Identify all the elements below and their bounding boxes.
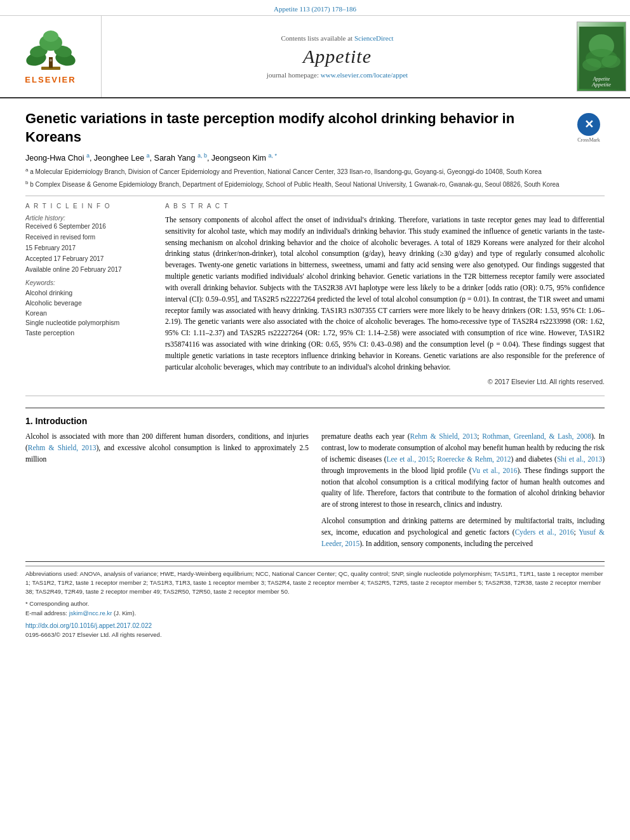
- keyword-2: Alcoholic beverage: [25, 298, 152, 309]
- copyright-line: © 2017 Elsevier Ltd. All rights reserved…: [165, 378, 605, 385]
- ref-shi[interactable]: Shi et al., 2013: [557, 455, 602, 463]
- affiliation-b: b b Complex Disease & Genome Epidemiolog…: [25, 179, 605, 189]
- divider-1: [25, 196, 605, 196]
- keyword-4: Single nucleotide polymorphism: [25, 318, 152, 328]
- info-abstract-section: A R T I C L E I N F O Article history: R…: [25, 203, 605, 385]
- introduction-section: 1. Introduction Alcohol is associated wi…: [25, 408, 605, 549]
- ref-roerecke[interactable]: Roerecke & Rehm, 2012: [437, 455, 511, 463]
- received-date: Received 6 September 2016: [25, 223, 152, 230]
- svg-rect-1: [49, 57, 53, 68]
- intro-number: 1.: [25, 416, 33, 426]
- elsevier-logo: ELSEVIER: [22, 29, 79, 84]
- intro-columns: Alcohol is associated with more than 200…: [25, 431, 605, 549]
- journal-cover-image: Appetite: [577, 22, 626, 91]
- keyword-1: Alcohol drinking: [25, 288, 152, 298]
- homepage-url[interactable]: www.elsevier.com/locate/appet: [321, 71, 408, 79]
- intro-right-col: premature deaths each year (Rehm & Shiel…: [321, 431, 605, 549]
- svg-point-13: [601, 55, 620, 68]
- received-revised-label: Received in revised form: [25, 234, 152, 241]
- history-label: Article history:: [25, 215, 152, 222]
- ref-rehm-shield-intro[interactable]: Rehm & Shield, 2013: [28, 444, 97, 451]
- doi-line: http://dx.doi.org/10.1016/j.appet.2017.0…: [25, 621, 605, 630]
- ref-cyders[interactable]: Cyders et al., 2016: [515, 528, 574, 536]
- ref-rehm-2013[interactable]: Rehm & Shield, 2013: [410, 432, 478, 440]
- elsevier-logo-area: ELSEVIER: [0, 16, 102, 97]
- page: Appetite 113 (2017) 178–186: [0, 0, 630, 840]
- svg-point-7: [43, 30, 58, 42]
- article-info-column: A R T I C L E I N F O Article history: R…: [25, 203, 152, 385]
- contents-text: Contents lists available at: [281, 34, 352, 42]
- journal-title: Appetite: [303, 46, 372, 67]
- intro-right-text-2: Alcohol consumption and drinking pattern…: [321, 516, 605, 549]
- intro-right-text-1: premature deaths each year (Rehm & Shiel…: [321, 431, 605, 510]
- article-title: Genetic variations in taste perception m…: [25, 110, 560, 146]
- abstract-text: The sensory components of alcohol affect…: [165, 215, 605, 373]
- article-body: Genetic variations in taste perception m…: [0, 98, 630, 646]
- crossmark-icon: ✕: [577, 113, 600, 136]
- accepted-date: Accepted 17 February 2017: [25, 255, 152, 262]
- svg-text:Appetite: Appetite: [593, 76, 610, 82]
- citation-text: Appetite 113 (2017) 178–186: [274, 5, 356, 13]
- footnote-divider: [25, 566, 605, 566]
- journal-header: ELSEVIER Contents lists available at Sci…: [0, 16, 630, 98]
- available-date: Available online 20 February 2017: [25, 266, 152, 273]
- ref-lee-2015[interactable]: Lee et al., 2015: [386, 455, 432, 463]
- intro-heading: Introduction: [36, 416, 88, 426]
- issn-line: 0195-6663/© 2017 Elsevier Ltd. All right…: [25, 630, 605, 639]
- crossmark-area: ✕ CrossMark: [573, 113, 605, 143]
- keywords-heading: Keywords:: [25, 279, 152, 286]
- elsevier-tree-icon: [22, 29, 79, 73]
- ref-vu[interactable]: Vu et al., 2016: [472, 467, 518, 474]
- article-info-heading: A R T I C L E I N F O: [25, 203, 152, 210]
- footnote-area: Abbreviations used: ANOVA, analysis of v…: [25, 561, 605, 640]
- cover-illustration: Appetite: [579, 27, 624, 89]
- email-line: E-mail address: jskim@ncc.re.kr (J. Kim)…: [25, 609, 605, 618]
- email-link[interactable]: jskim@ncc.re.kr: [69, 610, 112, 617]
- homepage-line: journal homepage: www.elsevier.com/locat…: [267, 71, 408, 79]
- abstract-heading: A B S T R A C T: [165, 203, 605, 210]
- ref-rothman[interactable]: Rothman, Greenland, & Lash, 2008: [482, 432, 591, 440]
- divider-2: [25, 396, 605, 396]
- contents-line: Contents lists available at ScienceDirec…: [281, 34, 393, 42]
- affiliation-a: a a Molecular Epidemiology Branch, Divis…: [25, 166, 605, 177]
- abbreviations-text: Abbreviations used: ANOVA, analysis of v…: [25, 570, 605, 597]
- keyword-3: Korean: [25, 309, 152, 319]
- svg-point-8: [50, 59, 52, 62]
- title-section: Genetic variations in taste perception m…: [25, 110, 605, 146]
- elsevier-name: ELSEVIER: [25, 75, 76, 84]
- received-revised-date: 15 February 2017: [25, 244, 152, 251]
- introduction-title: 1. Introduction: [25, 416, 605, 426]
- svg-point-12: [582, 58, 601, 71]
- abstract-column: A B S T R A C T The sensory components o…: [165, 203, 605, 385]
- intro-left-col: Alcohol is associated with more than 200…: [25, 431, 309, 549]
- doi-link[interactable]: http://dx.doi.org/10.1016/j.appet.2017.0…: [25, 622, 152, 629]
- sciencedirect-link[interactable]: ScienceDirect: [354, 34, 394, 42]
- intro-left-text: Alcohol is associated with more than 200…: [25, 431, 309, 465]
- homepage-text: journal homepage:: [267, 71, 319, 79]
- authors-line: Jeong-Hwa Choi a, Jeonghee Lee a, Sarah …: [25, 152, 605, 163]
- corresponding-text: * Corresponding author.: [25, 599, 605, 608]
- keyword-5: Taste perception: [25, 328, 152, 338]
- top-citation-bar: Appetite 113 (2017) 178–186: [0, 0, 630, 16]
- journal-cover-area: Appetite: [573, 16, 630, 97]
- journal-info-area: Contents lists available at ScienceDirec…: [102, 16, 573, 97]
- crossmark-label: CrossMark: [577, 137, 600, 143]
